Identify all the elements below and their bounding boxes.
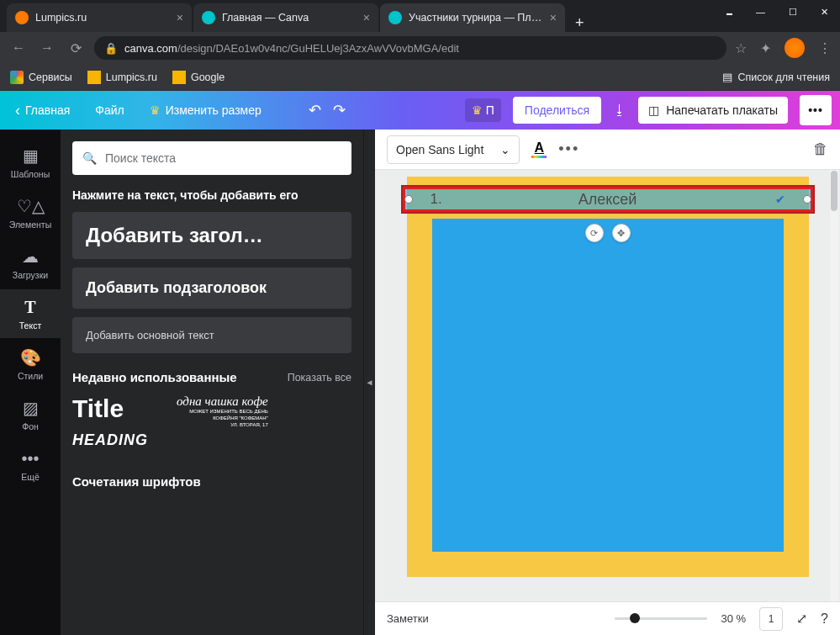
reload-button[interactable]: ⟳	[66, 40, 86, 56]
restore-down-icon[interactable]: 🗕	[725, 7, 732, 18]
notes-button[interactable]: Заметки	[387, 612, 429, 625]
pro-badge: ♛П	[465, 98, 501, 122]
show-all-link[interactable]: Показать все	[288, 372, 351, 384]
reading-list[interactable]: ▤Список для чтения	[722, 71, 830, 83]
help-button[interactable]: ?	[821, 611, 828, 627]
sidenav-styles[interactable]: 🎨Стили	[0, 340, 61, 389]
more-button[interactable]: •••	[800, 95, 832, 125]
back-button[interactable]: ←	[8, 40, 29, 56]
delete-button[interactable]: 🗑	[813, 140, 828, 158]
selected-text-element[interactable]: 1. Алексей ✔	[403, 187, 813, 212]
apps-icon	[10, 71, 24, 84]
panel-hint: Нажмите на текст, чтобы добавить его	[72, 188, 351, 202]
tab-canva-home[interactable]: Главная — Canva ×	[193, 3, 378, 32]
panel-collapse[interactable]: ◄	[363, 130, 375, 635]
elements-icon: ♡△	[17, 196, 45, 216]
poster-page[interactable]: 1. Алексей ✔ ⟳ ✥	[407, 177, 809, 577]
search-icon: 🔍	[82, 151, 97, 165]
crown-icon: ♛	[150, 103, 161, 117]
canvas-wrap: Open Sans Light ⌄ A ••• 🗑 1. Алексей ✔ ⟳…	[375, 130, 840, 635]
print-button[interactable]: ◫Напечатать плакаты	[638, 97, 788, 124]
move-button[interactable]: ✥	[612, 224, 631, 242]
url-input[interactable]: 🔒 canva.com/design/DAEo1w0v4nc/GuHELUej3…	[94, 36, 726, 60]
text-panel: 🔍 Поиск текста Нажмите на текст, чтобы д…	[61, 130, 363, 635]
text-icon: T	[24, 298, 35, 317]
profile-avatar[interactable]	[785, 38, 805, 58]
main-area: ▦Шаблоны ♡△Элементы ☁Загрузки TТекст 🎨Ст…	[0, 130, 840, 635]
folder-icon	[87, 71, 101, 84]
fullscreen-button[interactable]: ⤢	[796, 611, 807, 627]
tab-close-icon[interactable]: ×	[363, 11, 370, 24]
canva-topbar: ‹Главная Файл ♛Изменить размер ↶ ↷ ♛П По…	[0, 91, 840, 130]
sidenav-text[interactable]: TТекст	[0, 289, 61, 338]
slider-thumb[interactable]	[630, 613, 640, 623]
editor-footer: Заметки 30 % 1 ⤢ ?	[375, 601, 840, 635]
favicon-icon	[202, 11, 215, 24]
pages-button[interactable]: 1	[759, 607, 783, 631]
chevron-left-icon: ‹	[15, 102, 20, 119]
file-menu[interactable]: Файл	[88, 100, 130, 120]
participant-name[interactable]: Алексей	[442, 191, 775, 209]
sidenav-background[interactable]: ▨Фон	[0, 390, 61, 439]
rotate-button[interactable]: ⟳	[585, 224, 604, 242]
floating-controls: ⟳ ✥	[585, 224, 631, 242]
bookmarks-bar: Сервисы Lumpics.ru Google ▤Список для чт…	[0, 64, 840, 91]
download-button[interactable]: ⭳	[613, 103, 626, 118]
add-body-button[interactable]: Добавить основной текст	[72, 317, 351, 353]
cloud-icon: ☁	[22, 246, 39, 267]
resize-button[interactable]: ♛Изменить размер	[143, 100, 268, 120]
font-dropdown[interactable]: Open Sans Light ⌄	[387, 135, 520, 164]
sidenav-more[interactable]: •••Ещё	[0, 441, 61, 489]
background-icon: ▨	[23, 398, 39, 418]
poster-strip	[442, 555, 774, 569]
star-icon[interactable]: ☆	[735, 40, 747, 56]
maximize-icon[interactable]: ☐	[789, 7, 797, 18]
poster-icon: ◫	[648, 103, 659, 117]
menu-icon[interactable]: ⋮	[818, 40, 832, 56]
tab-lumpics[interactable]: Lumpics.ru ×	[7, 3, 192, 32]
text-color-button[interactable]: A	[531, 140, 547, 158]
tab-close-icon[interactable]: ×	[177, 11, 183, 24]
add-subheading-button[interactable]: Добавить подзаголовок	[72, 267, 351, 309]
bookmark-services[interactable]: Сервисы	[10, 71, 72, 84]
forward-button[interactable]: →	[37, 40, 57, 56]
side-nav: ▦Шаблоны ♡△Элементы ☁Загрузки TТекст 🎨Ст…	[0, 130, 61, 635]
preset-title[interactable]: Title HEADING	[72, 394, 148, 449]
canvas-area[interactable]: 1. Алексей ✔ ⟳ ✥	[375, 170, 840, 601]
bookmark-google[interactable]: Google	[172, 71, 225, 84]
window-controls: 🗕 — ☐ ✕	[725, 7, 828, 18]
scroll-thumb[interactable]	[831, 171, 837, 211]
minimize-icon[interactable]: —	[756, 7, 765, 18]
new-tab-button[interactable]: +	[567, 14, 593, 32]
home-button[interactable]: ‹Главная	[8, 97, 77, 124]
search-input[interactable]: 🔍 Поиск текста	[72, 141, 351, 175]
extensions-icon[interactable]: ✦	[760, 40, 771, 56]
check-icon: ✔	[775, 193, 785, 206]
list-number: 1.	[431, 191, 442, 208]
favicon-icon	[388, 11, 402, 24]
recent-section: Недавно использованные Показать все	[72, 370, 351, 384]
bookmark-lumpics[interactable]: Lumpics.ru	[87, 71, 157, 84]
preset-kofe[interactable]: одна чашка кофе МОЖЕТ ИЗМЕНИТЬ ВЕСЬ ДЕНЬ…	[177, 394, 268, 449]
sidenav-templates[interactable]: ▦Шаблоны	[0, 138, 61, 187]
context-toolbar: Open Sans Light ⌄ A ••• 🗑	[375, 130, 840, 170]
undo-button[interactable]: ↶	[309, 101, 321, 119]
list-icon: ▤	[722, 71, 732, 83]
sidenav-uploads[interactable]: ☁Загрузки	[0, 239, 61, 288]
tab-close-icon[interactable]: ×	[550, 11, 557, 24]
share-button[interactable]: Поделиться	[513, 97, 601, 124]
zoom-value[interactable]: 30 %	[721, 612, 746, 625]
zoom-slider[interactable]	[615, 617, 707, 620]
templates-icon: ▦	[23, 146, 39, 166]
sidenav-elements[interactable]: ♡△Элементы	[0, 188, 61, 237]
vertical-scrollbar[interactable]	[830, 170, 838, 601]
address-bar: ← → ⟳ 🔒 canva.com/design/DAEo1w0v4nc/GuH…	[0, 32, 840, 64]
redo-button[interactable]: ↷	[333, 101, 346, 119]
tab-canva-design[interactable]: Участники турнира — Плакат ×	[380, 3, 565, 32]
palette-icon: 🎨	[20, 347, 41, 368]
close-icon[interactable]: ✕	[821, 7, 828, 18]
add-heading-button[interactable]: Добавить загол…	[72, 212, 351, 259]
chevron-down-icon: ⌄	[500, 143, 510, 156]
toolbar-more[interactable]: •••	[558, 140, 579, 158]
favicon-icon	[15, 11, 29, 24]
